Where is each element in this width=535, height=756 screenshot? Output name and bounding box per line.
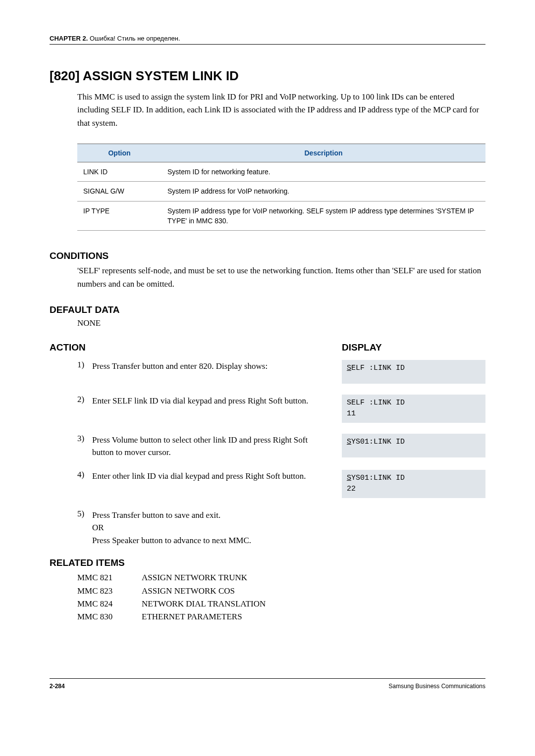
display-line2: 11 bbox=[347, 408, 481, 420]
step-row: 3) Press Volume button to select other l… bbox=[77, 434, 485, 459]
related-items-list: MMC 821 ASSIGN NETWORK TRUNK MMC 823 ASS… bbox=[77, 571, 485, 623]
page-footer: 2-284 Samsung Business Communications bbox=[50, 678, 485, 690]
ri-code: MMC 823 bbox=[77, 585, 142, 598]
display-heading: DISPLAY bbox=[342, 342, 485, 353]
table-row: IP TYPE System IP address type for VoIP … bbox=[77, 201, 485, 231]
chapter-rest: Ошибка! Стиль не определен. bbox=[88, 35, 180, 42]
display-rest: ELF :LINK ID bbox=[351, 364, 405, 372]
page-number: 2-284 bbox=[50, 683, 65, 690]
intro-text: This MMC is used to assign the system li… bbox=[77, 91, 485, 130]
display-box: SYS01:LINK ID 22 bbox=[342, 470, 485, 498]
ri-code: MMC 824 bbox=[77, 598, 142, 610]
step-number: 3) bbox=[77, 434, 92, 444]
default-data-text: NONE bbox=[77, 318, 485, 328]
display-underline: S bbox=[347, 474, 351, 482]
chapter-label: CHAPTER 2. bbox=[50, 35, 88, 42]
ri-name: ASSIGN NETWORK COS bbox=[142, 585, 235, 598]
step5-line3: Press Speaker button to advance to next … bbox=[92, 534, 474, 547]
related-item: MMC 824 NETWORK DIAL TRANSLATION bbox=[77, 598, 485, 610]
step5-line2: OR bbox=[92, 521, 474, 534]
display-underline: S bbox=[347, 364, 351, 372]
step5-line1: Press Transfer button to save and exit. bbox=[92, 509, 474, 522]
display-rest: YS01:LINK ID bbox=[351, 438, 405, 446]
conditions-text: 'SELF' represents self-node, and must be… bbox=[77, 264, 485, 291]
cell-desc: System IP address type for VoIP networki… bbox=[161, 201, 485, 231]
display-rest: YS01:LINK ID bbox=[351, 474, 405, 482]
step-number: 5) bbox=[77, 509, 92, 519]
cell-option: LINK ID bbox=[77, 162, 161, 182]
related-item: MMC 830 ETHERNET PARAMETERS bbox=[77, 610, 485, 623]
step-text: Press Transfer button to save and exit. … bbox=[92, 509, 485, 547]
related-item: MMC 823 ASSIGN NETWORK COS bbox=[77, 585, 485, 598]
display-rest: SELF :LINK ID bbox=[347, 399, 405, 407]
ri-name: ASSIGN NETWORK TRUNK bbox=[142, 571, 247, 584]
cell-option: SIGNAL G/W bbox=[77, 182, 161, 201]
ri-name: NETWORK DIAL TRANSLATION bbox=[142, 598, 266, 610]
footer-right: Samsung Business Communications bbox=[389, 683, 485, 690]
conditions-heading: CONDITIONS bbox=[50, 251, 485, 261]
step-number: 1) bbox=[77, 360, 92, 370]
page-header: CHAPTER 2. Ошибка! Стиль не определен. bbox=[50, 35, 485, 45]
related-items-heading: RELATED ITEMS bbox=[50, 557, 485, 568]
related-item: MMC 821 ASSIGN NETWORK TRUNK bbox=[77, 571, 485, 584]
step-text: Enter SELF link ID via dial keypad and p… bbox=[92, 395, 342, 407]
ri-code: MMC 821 bbox=[77, 571, 142, 584]
step-number: 2) bbox=[77, 395, 92, 404]
step-text: Press Volume button to select other link… bbox=[92, 434, 342, 459]
step-number: 4) bbox=[77, 470, 92, 480]
step-row: 2) Enter SELF link ID via dial keypad an… bbox=[77, 395, 485, 423]
display-line2: 22 bbox=[347, 484, 481, 495]
display-box: SYS01:LINK ID bbox=[342, 434, 485, 457]
cell-desc: System ID for networking feature. bbox=[161, 162, 485, 182]
th-description: Description bbox=[161, 144, 485, 162]
ri-name: ETHERNET PARAMETERS bbox=[142, 610, 242, 623]
step-row: 1) Press Transfer button and enter 820. … bbox=[77, 360, 485, 384]
options-table: Option Description LINK ID System ID for… bbox=[77, 144, 485, 231]
step-row: 5) Press Transfer button to save and exi… bbox=[77, 509, 485, 547]
cell-option: IP TYPE bbox=[77, 201, 161, 231]
step-row: 4) Enter other link ID via dial keypad a… bbox=[77, 470, 485, 498]
cell-desc: System IP address for VoIP networking. bbox=[161, 182, 485, 201]
page-title: [820] ASSIGN SYSTEM LINK ID bbox=[50, 68, 485, 84]
display-box: SELF :LINK ID 11 bbox=[342, 395, 485, 423]
table-row: SIGNAL G/W System IP address for VoIP ne… bbox=[77, 182, 485, 201]
th-option: Option bbox=[77, 144, 161, 162]
display-underline: S bbox=[347, 438, 351, 446]
table-row: LINK ID System ID for networking feature… bbox=[77, 162, 485, 182]
step-text: Enter other link ID via dial keypad and … bbox=[92, 470, 342, 483]
step-text: Press Transfer button and enter 820. Dis… bbox=[92, 360, 342, 373]
default-data-heading: DEFAULT DATA bbox=[50, 304, 485, 315]
action-display-header: ACTION DISPLAY bbox=[50, 342, 485, 353]
ri-code: MMC 830 bbox=[77, 610, 142, 623]
display-box: SELF :LINK ID bbox=[342, 360, 485, 384]
action-heading: ACTION bbox=[50, 342, 86, 353]
